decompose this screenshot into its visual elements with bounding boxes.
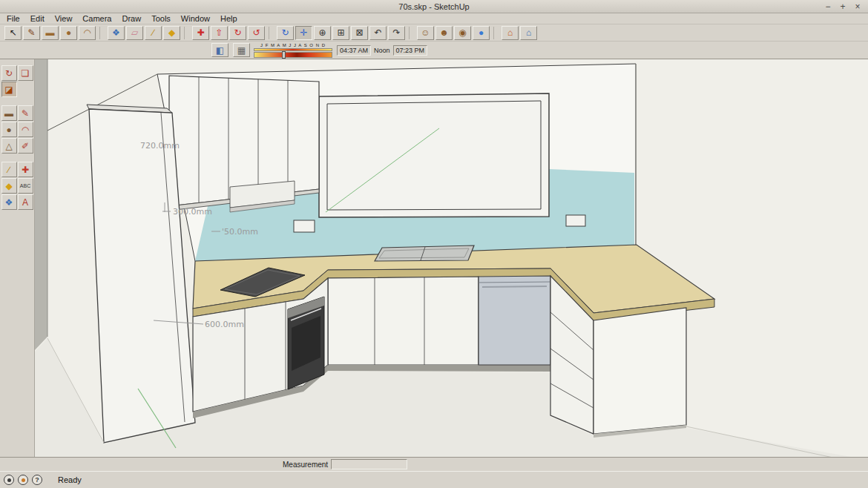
menu-camera[interactable]: Camera <box>77 14 116 23</box>
sunrise-time-field[interactable]: 04:37 AM <box>337 45 371 56</box>
toolbar-separator <box>493 27 499 39</box>
title-bar: 70s.skp - SketchUp − + × <box>0 0 868 13</box>
shadow-date-slider[interactable]: J F M A M J J A S O N D <box>254 42 332 58</box>
window <box>319 93 549 217</box>
license-status-icon[interactable] <box>4 475 14 485</box>
viewport[interactable]: 720.0mm 300.0mm '50.0mm 600.0mm <box>35 59 868 457</box>
dishwasher <box>479 276 550 365</box>
main-toolbar: ↖✎▬●◠❖▱∕◆✚⇧↻↺↻✛⊕⊞⊠↶↷☺☻◉●⌂⌂ <box>0 24 868 42</box>
status-dot <box>22 478 25 482</box>
wall-outlet <box>566 215 585 226</box>
freehand-tool[interactable]: ✐ <box>18 138 33 154</box>
maximize-button[interactable]: + <box>835 1 850 12</box>
get-models-button[interactable]: ⌂ <box>502 26 519 40</box>
position-camera-button[interactable]: ☺ <box>417 26 434 40</box>
window-title: 70s.skp - SketchUp <box>0 2 868 11</box>
push-pull-tool-button[interactable]: ⇧ <box>211 26 228 40</box>
section-plane-tool[interactable]: ❏ <box>18 65 33 81</box>
time-slider-track[interactable] <box>254 52 332 58</box>
wall-outlet <box>294 220 315 232</box>
rectangle-tool-button[interactable]: ▬ <box>42 26 59 40</box>
circle-tool-button[interactable]: ● <box>60 26 77 40</box>
menu-help[interactable]: Help <box>215 14 243 23</box>
tape-measure-tool[interactable]: ∕ <box>1 162 17 177</box>
noon-label: Noon <box>374 47 390 54</box>
tape-measure-button[interactable]: ∕ <box>145 26 162 40</box>
close-button[interactable]: × <box>850 1 865 12</box>
date-slider-track[interactable] <box>254 48 332 51</box>
toolbar-separator <box>269 27 274 39</box>
sunset-time-field[interactable]: 07:23 PM <box>393 45 428 56</box>
menu-edit[interactable]: Edit <box>25 14 50 23</box>
previous-view-button[interactable]: ↶ <box>369 26 387 40</box>
text-tool[interactable]: ABC <box>18 178 33 194</box>
menu-bar: FileEditViewCameraDrawToolsWindowHelp <box>0 13 868 24</box>
shadow-settings-button[interactable]: ◧ <box>211 43 228 57</box>
look-around-button[interactable]: ◉ <box>454 26 471 40</box>
orbit-tool[interactable]: ↻ <box>1 65 17 81</box>
palette-empty-slot <box>18 82 33 97</box>
share-model-button[interactable]: ⌂ <box>520 26 537 40</box>
menu-draw[interactable]: Draw <box>116 14 146 23</box>
shadow-toolbar: ◧▦ J F M A M J J A S O N D 04:37 AM Noon… <box>0 42 868 59</box>
zoom-tool-button[interactable]: ⊕ <box>314 26 331 40</box>
paint-roller-tool[interactable]: ◪ <box>1 82 17 97</box>
walk-tool-button[interactable]: ☻ <box>435 26 453 40</box>
next-view-button[interactable]: ↷ <box>388 26 405 40</box>
polygon-tool[interactable]: △ <box>1 138 17 154</box>
google-earth-button[interactable]: ● <box>473 26 490 40</box>
measurement-input[interactable] <box>331 459 407 469</box>
orbit-tool-button[interactable]: ↻ <box>277 26 294 40</box>
paint-bucket-button[interactable]: ◆ <box>163 26 180 40</box>
offset-tool-button[interactable]: ↺ <box>248 26 265 40</box>
dimension-label: '50.0mm <box>222 227 258 237</box>
toolbar-separator <box>184 27 189 39</box>
rectangle-tool[interactable]: ▬ <box>1 105 17 121</box>
time-slider-handle[interactable] <box>282 51 286 59</box>
measurement-label: Measurement <box>283 461 328 469</box>
zoom-extents-button[interactable]: ⊠ <box>351 26 368 40</box>
kitchen-model-canvas: 720.0mm 300.0mm '50.0mm 600.0mm <box>35 59 868 457</box>
shadow-toolbar-buttons: ◧▦ <box>211 43 251 57</box>
measurement-bar: Measurement <box>0 457 868 471</box>
sink <box>375 245 474 261</box>
dimension-label: 600.0mm <box>205 320 244 329</box>
status-ready-label: Ready <box>58 475 82 484</box>
oven <box>288 297 324 389</box>
line-tool[interactable]: ✎ <box>18 105 33 121</box>
month-scale-labels: J F M A M J J A S O N D <box>254 42 332 48</box>
menu-tools[interactable]: Tools <box>146 14 176 23</box>
select-tool-button[interactable]: ↖ <box>4 26 22 40</box>
geolocation-status-icon[interactable] <box>18 475 28 485</box>
status-bar: ? Ready <box>0 471 868 488</box>
pan-tool-button[interactable]: ✛ <box>295 26 312 40</box>
toolbar-separator <box>409 27 414 39</box>
window-controls: − + × <box>821 1 868 12</box>
move-tool-button[interactable]: ✚ <box>192 26 209 40</box>
axes-tool[interactable]: ✚ <box>18 162 33 177</box>
kick-plate <box>328 365 550 372</box>
dimension-label: 300.0mm <box>173 207 212 217</box>
help-icon[interactable]: ? <box>32 475 42 485</box>
dimension-label: 720.0mm <box>140 141 180 151</box>
tool-palette: ↻❏◪▬✎●◠△✐∕✚◆ABC❖A <box>0 59 35 457</box>
left-wall-edge <box>35 59 47 350</box>
line-tool-button[interactable]: ✎ <box>23 26 40 40</box>
status-dot <box>7 478 11 482</box>
circle-tool[interactable]: ● <box>1 122 17 137</box>
arc-tool[interactable]: ◠ <box>18 122 33 137</box>
paint-bucket-tool[interactable]: ◆ <box>1 178 17 194</box>
menu-window[interactable]: Window <box>176 14 215 23</box>
follow-me-tool[interactable]: ❖ <box>1 194 17 210</box>
eraser-tool-button[interactable]: ▱ <box>126 26 143 40</box>
minimize-button[interactable]: − <box>821 1 835 12</box>
arc-tool-button[interactable]: ◠ <box>79 26 96 40</box>
menu-view[interactable]: View <box>50 14 78 23</box>
3d-text-tool[interactable]: A <box>18 194 33 210</box>
make-component-button[interactable]: ❖ <box>108 26 125 40</box>
shadow-toggle-button[interactable]: ▦ <box>233 43 250 57</box>
menu-file[interactable]: File <box>1 14 25 23</box>
zoom-window-button[interactable]: ⊞ <box>332 26 349 40</box>
upper-cabinets <box>169 76 319 212</box>
rotate-tool-button[interactable]: ↻ <box>229 26 246 40</box>
